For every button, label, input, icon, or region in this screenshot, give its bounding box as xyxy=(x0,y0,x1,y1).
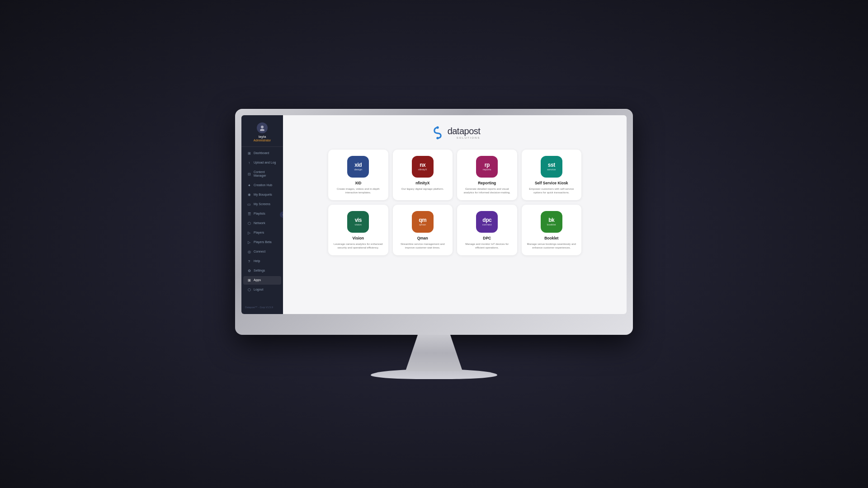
app-desc-booklet: Manage venue bookings seamlessly and enh… xyxy=(526,242,577,250)
logo-text-wrapper: datapost SOLUTIONS xyxy=(448,126,481,139)
monitor-screen: layla Administrator ⊞ Dashboard ↑ Upload… xyxy=(241,115,627,314)
app-name-reporting: Reporting xyxy=(478,181,496,185)
sidebar-item-upload-log[interactable]: ↑ Upload and Log xyxy=(243,159,281,167)
app-desc-ssk: Empower customers with self-service opti… xyxy=(526,187,577,195)
app-card-vision[interactable]: vis vision Vision Leverage camera analyt… xyxy=(328,205,388,255)
sidebar-item-label: Help xyxy=(254,259,260,263)
apps-icon: ⊞ xyxy=(247,278,251,282)
avatar xyxy=(257,122,268,133)
sidebar-item-creation-hub[interactable]: ✦ Creation Hub xyxy=(243,181,281,190)
app-name-xid: XID xyxy=(355,181,361,185)
logo-icon xyxy=(429,124,446,141)
sidebar-item-label: Network xyxy=(254,221,265,225)
sidebar-item-my-bouquets[interactable]: ❋ My Bouquets xyxy=(243,191,281,199)
help-icon: ? xyxy=(247,259,251,263)
app-icon-qman: qm qman xyxy=(412,211,434,233)
app-card-booklet[interactable]: bk booklet Booklet Manage venue bookings… xyxy=(522,205,582,255)
players-beta-icon: ▷ xyxy=(247,240,251,244)
monitor-stand xyxy=(393,335,475,371)
app-name-nfinityx: nfinityX xyxy=(415,181,429,185)
sidebar-item-network[interactable]: ⬡ Network xyxy=(243,219,281,228)
sidebar-item-playlists[interactable]: ☰ Playlists xyxy=(243,210,281,218)
app-icon-ssk: sst service xyxy=(541,156,562,178)
sidebar: layla Administrator ⊞ Dashboard ↑ Upload… xyxy=(241,115,283,314)
sidebar-item-my-screens[interactable]: ▭ My Screens xyxy=(243,200,281,209)
settings-icon: ⚙ xyxy=(247,269,251,273)
sidebar-item-apps[interactable]: ⊞ Apps xyxy=(243,276,281,285)
app-name-qman: Qman xyxy=(417,236,428,240)
app-name-ssk: Self Service Kiosk xyxy=(535,181,568,185)
app-icon-reporting: rp reports xyxy=(476,156,498,178)
sidebar-item-label: Playlists xyxy=(254,212,265,216)
app-icon-vision: vis vision xyxy=(347,211,369,233)
sidebar-item-logout[interactable]: ⬡ Logout xyxy=(243,286,281,294)
sidebar-item-label: Connect xyxy=(254,250,265,253)
sidebar-item-connect[interactable]: ◎ Connect xyxy=(243,248,281,256)
svg-point-3 xyxy=(436,137,439,139)
sidebar-item-dashboard[interactable]: ⊞ Dashboard xyxy=(243,149,281,158)
sidebar-item-label: Logout xyxy=(254,288,263,291)
app-desc-xid: Create images, videos and in-depth inter… xyxy=(333,187,384,195)
app-card-xid[interactable]: xid design XID Create images, videos and… xyxy=(328,150,388,200)
app-name-vision: Vision xyxy=(353,236,364,240)
logout-icon: ⬡ xyxy=(247,288,251,292)
apps-grid: xid design XID Create images, videos and… xyxy=(328,150,581,255)
sidebar-item-help[interactable]: ? Help xyxy=(243,257,281,266)
app-desc-reporting: Generate detailed reports and visual ana… xyxy=(462,187,513,195)
app-icon-dpc: dpc connect xyxy=(476,211,498,233)
sidebar-item-label: My Screens xyxy=(254,202,270,206)
svg-point-2 xyxy=(436,127,439,129)
user-name: layla xyxy=(259,135,266,139)
version-text: Datapost™ - Corp V1.5.9 xyxy=(241,303,283,310)
app-icon-nfinityx: nx nfinityX xyxy=(412,156,434,178)
sidebar-item-label: My Bouquets xyxy=(254,193,272,197)
app-desc-qman: Streamline service management and improv… xyxy=(397,242,448,250)
main-content: datapost SOLUTIONS xid design XID C xyxy=(283,115,627,314)
app-card-qman[interactable]: qm qman Qman Streamline service manageme… xyxy=(393,205,453,255)
monitor-wrapper: layla Administrator ⊞ Dashboard ↑ Upload… xyxy=(235,109,633,379)
logo-area: datapost SOLUTIONS xyxy=(429,124,481,141)
sidebar-item-label: Settings xyxy=(254,269,265,272)
sidebar-item-label: Upload and Log xyxy=(254,161,276,164)
sidebar-item-players-beta[interactable]: ▷ Players Beta xyxy=(243,238,281,247)
sidebar-item-content-manager[interactable]: ⊡ Content Manager xyxy=(243,168,281,180)
network-icon: ⬡ xyxy=(247,221,251,225)
sidebar-item-settings[interactable]: ⚙ Settings xyxy=(243,267,281,275)
user-section: layla Administrator xyxy=(241,119,283,147)
monitor-bottom-bezel xyxy=(241,314,627,321)
app-card-reporting[interactable]: rp reports Reporting Generate detailed r… xyxy=(457,150,517,200)
sidebar-item-label: Players xyxy=(254,231,264,235)
app-desc-nfinityx: Our legacy digital signage platform. xyxy=(401,187,444,191)
sidebar-item-label: Players Beta xyxy=(254,240,272,244)
app-name-dpc: DPC xyxy=(483,236,491,240)
dashboard-icon: ⊞ xyxy=(247,151,251,155)
app-desc-dpc: Manage and monitor IoT devices for effic… xyxy=(462,242,513,250)
app-card-dpc[interactable]: dpc connect DPC Manage and monitor IoT d… xyxy=(457,205,517,255)
content-icon: ⊡ xyxy=(247,172,251,176)
sidebar-item-players[interactable]: ▷ Players xyxy=(243,229,281,237)
app-card-nfinityx[interactable]: nx nfinityX nfinityX Our legacy digital … xyxy=(393,150,453,200)
app-desc-vision: Leverage camera analytics for enhanced s… xyxy=(333,242,384,250)
app-icon-xid: xid design xyxy=(347,156,369,178)
creation-icon: ✦ xyxy=(247,183,251,188)
app-name-booklet: Booklet xyxy=(544,236,558,240)
logo-brand: datapost xyxy=(448,126,481,136)
svg-point-0 xyxy=(261,126,264,128)
sidebar-item-label: Dashboard xyxy=(254,151,269,155)
user-role: Administrator xyxy=(254,139,271,142)
screens-icon: ▭ xyxy=(247,202,251,206)
connect-icon: ◎ xyxy=(247,250,251,254)
players-icon: ▷ xyxy=(247,231,251,235)
bouquets-icon: ❋ xyxy=(247,193,251,197)
sidebar-item-label: Content Manager xyxy=(254,170,278,178)
upload-icon: ↑ xyxy=(247,161,251,165)
app-icon-booklet: bk booklet xyxy=(541,211,562,233)
sidebar-item-label: Apps xyxy=(254,278,261,282)
logo-solutions: SOLUTIONS xyxy=(448,136,481,139)
app-card-ssk[interactable]: sst service Self Service Kiosk Empower c… xyxy=(522,150,582,200)
svg-point-1 xyxy=(260,129,264,131)
sidebar-collapse-button[interactable]: ‹ xyxy=(280,211,283,218)
playlists-icon: ☰ xyxy=(247,212,251,216)
sidebar-item-label: Creation Hub xyxy=(254,183,272,187)
monitor-frame: layla Administrator ⊞ Dashboard ↑ Upload… xyxy=(235,109,633,335)
